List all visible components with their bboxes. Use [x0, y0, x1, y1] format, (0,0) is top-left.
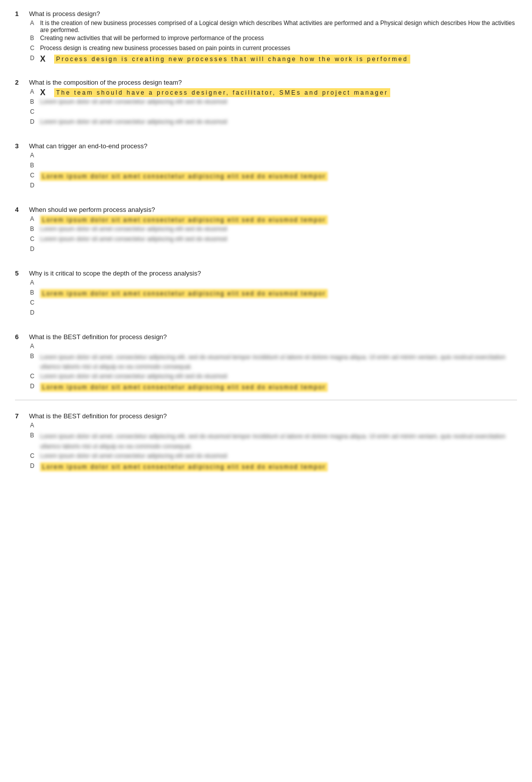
option-row-5-A: A [30, 279, 517, 288]
option-content-1-D: Process design is creating new processes… [54, 55, 517, 64]
option-letter-7-B: B [30, 432, 40, 439]
options-block-3: ABCLorem ipsum dolor sit amet consectetu… [30, 152, 517, 191]
question-row-6: 6What is the BEST definition for process… [15, 333, 517, 341]
option-row-6-A: A [30, 343, 517, 352]
option-letter-2-C: C [30, 108, 40, 115]
option-row-1-B: BCreating new activities that will be pe… [30, 35, 517, 44]
option-row-4-D: D [30, 245, 517, 254]
question-row-3: 3What can trigger an end-to-end process? [15, 142, 517, 150]
option-content-4-B: Lorem ipsum dolor sit amet consectetur a… [40, 225, 517, 232]
option-row-4-C: CLorem ipsum dolor sit amet consectetur … [30, 235, 517, 244]
option-row-5-C: C [30, 299, 517, 308]
option-letter-1-D: D [30, 55, 40, 62]
option-letter-4-C: C [30, 235, 40, 242]
option-letter-6-B: B [30, 353, 40, 360]
question-block-2: 2What is the composition of the process … [15, 79, 517, 133]
option-letter-7-A: A [30, 422, 40, 429]
option-row-7-D: DLorem ipsum dolor sit amet consectetur … [30, 462, 517, 471]
option-letter-4-A: A [30, 215, 40, 222]
option-letter-6-A: A [30, 343, 40, 350]
option-letter-4-B: B [30, 225, 40, 232]
option-content-2-B: Lorem ipsum dolor sit amet consectetur a… [40, 98, 517, 105]
option-letter-3-D: D [30, 182, 40, 189]
question-num-6: 6 [15, 333, 29, 341]
option-content-5-B: Lorem ipsum dolor sit amet consectetur a… [40, 289, 517, 298]
option-content-1-A: It is the creation of new business proce… [40, 20, 517, 34]
option-letter-7-C: C [30, 452, 40, 459]
option-letter-6-D: D [30, 383, 40, 390]
question-block-3: 3What can trigger an end-to-end process?… [15, 142, 517, 197]
option-row-7-C: CLorem ipsum dolor sit amet consectetur … [30, 452, 517, 461]
option-row-4-A: ALorem ipsum dolor sit amet consectetur … [30, 215, 517, 224]
options-block-2: AXThe team should have a process designe… [30, 88, 517, 127]
option-row-5-D: D [30, 309, 517, 318]
option-letter-2-D: D [30, 118, 40, 125]
option-x-mark-1-D: X [40, 55, 52, 64]
question-block-7: 7What is the BEST definition for process… [15, 412, 517, 477]
question-num-2: 2 [15, 79, 29, 86]
quiz-container: 1What is process design?AIt is the creat… [15, 10, 517, 477]
options-block-7: ABLorem ipsum dolor sit amet, consectetu… [30, 422, 517, 471]
options-block-1: AIt is the creation of new business proc… [30, 20, 517, 64]
option-row-2-D: DLorem ipsum dolor sit amet consectetur … [30, 118, 517, 127]
option-row-5-B: BLorem ipsum dolor sit amet consectetur … [30, 289, 517, 298]
question-row-2: 2What is the composition of the process … [15, 79, 517, 86]
option-content-1-C: Process design is creating new business … [40, 45, 517, 52]
question-text-1: What is process design? [29, 10, 100, 18]
question-block-4: 4When should we perform process analysis… [15, 206, 517, 260]
options-block-4: ALorem ipsum dolor sit amet consectetur … [30, 215, 517, 254]
option-content-7-B: Lorem ipsum dolor sit amet, consectetur … [40, 432, 517, 451]
question-num-1: 1 [15, 10, 29, 18]
option-row-1-A: AIt is the creation of new business proc… [30, 20, 517, 34]
option-row-4-B: BLorem ipsum dolor sit amet consectetur … [30, 225, 517, 234]
option-row-1-D: DXProcess design is creating new process… [30, 55, 517, 64]
option-content-7-D: Lorem ipsum dolor sit amet consectetur a… [40, 462, 517, 471]
question-text-3: What can trigger an end-to-end process? [29, 142, 147, 150]
option-letter-5-A: A [30, 279, 40, 286]
question-block-5: 5Why is it critical to scope the depth o… [15, 270, 517, 324]
question-text-2: What is the composition of the process d… [29, 79, 182, 86]
option-row-2-B: BLorem ipsum dolor sit amet consectetur … [30, 98, 517, 107]
option-row-1-C: CProcess design is creating new business… [30, 45, 517, 54]
option-x-mark-2-A: X [40, 88, 52, 97]
question-block-1: 1What is process design?AIt is the creat… [15, 10, 517, 70]
options-block-5: ABLorem ipsum dolor sit amet consectetur… [30, 279, 517, 318]
option-row-2-C: C [30, 108, 517, 117]
option-letter-3-C: C [30, 172, 40, 179]
options-block-6: ABLorem ipsum dolor sit amet, consectetu… [30, 343, 517, 392]
question-block-6: 6What is the BEST definition for process… [15, 333, 517, 400]
option-letter-2-A: A [30, 88, 40, 95]
option-letter-5-D: D [30, 309, 40, 316]
option-letter-3-B: B [30, 162, 40, 169]
option-content-6-B: Lorem ipsum dolor sit amet, consectetur … [40, 353, 517, 372]
option-row-3-D: D [30, 182, 517, 191]
option-content-2-D: Lorem ipsum dolor sit amet consectetur a… [40, 118, 517, 125]
option-letter-3-A: A [30, 152, 40, 159]
question-num-5: 5 [15, 270, 29, 277]
option-row-3-B: B [30, 162, 517, 171]
option-content-4-A: Lorem ipsum dolor sit amet consectetur a… [40, 215, 517, 224]
option-letter-2-B: B [30, 98, 40, 105]
option-content-1-B: Creating new activities that will be per… [40, 35, 517, 42]
option-content-7-C: Lorem ipsum dolor sit amet consectetur a… [40, 452, 517, 459]
option-content-3-C: Lorem ipsum dolor sit amet consectetur a… [40, 172, 517, 181]
option-letter-5-B: B [30, 289, 40, 296]
question-num-7: 7 [15, 412, 29, 420]
question-num-3: 3 [15, 142, 29, 150]
option-row-3-A: A [30, 152, 517, 161]
option-letter-7-D: D [30, 462, 40, 469]
question-text-6: What is the BEST definition for process … [29, 333, 167, 341]
option-row-3-C: CLorem ipsum dolor sit amet consectetur … [30, 172, 517, 181]
question-row-1: 1What is process design? [15, 10, 517, 18]
question-text-4: When should we perform process analysis? [29, 206, 155, 213]
option-row-6-C: CLorem ipsum dolor sit amet consectetur … [30, 373, 517, 382]
question-row-4: 4When should we perform process analysis… [15, 206, 517, 213]
option-letter-5-C: C [30, 299, 40, 306]
question-text-5: Why is it critical to scope the depth of… [29, 270, 201, 277]
option-content-4-C: Lorem ipsum dolor sit amet consectetur a… [40, 235, 517, 242]
option-content-6-C: Lorem ipsum dolor sit amet consectetur a… [40, 373, 517, 380]
option-letter-1-C: C [30, 45, 40, 52]
option-letter-1-A: A [30, 20, 40, 27]
option-content-6-D: Lorem ipsum dolor sit amet consectetur a… [40, 383, 517, 392]
option-letter-1-B: B [30, 35, 40, 42]
